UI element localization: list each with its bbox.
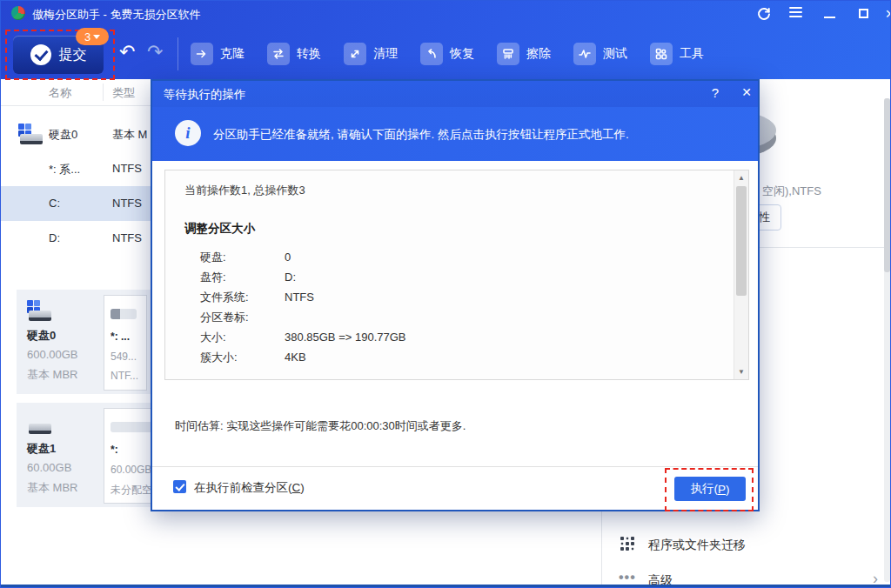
clone-icon bbox=[191, 43, 213, 65]
convert-button[interactable]: 转换 bbox=[267, 43, 321, 65]
erase-icon bbox=[497, 43, 519, 65]
footer-separator bbox=[152, 466, 758, 467]
operation-details: 硬盘:0 盘符:D: 文件系统:NTFS 分区卷标: 大小:380.85GB =… bbox=[184, 247, 733, 367]
toolbar: 克隆 转换 清理 恢复 擦除 bbox=[191, 43, 704, 65]
pending-operations-badge[interactable]: 3 bbox=[76, 28, 109, 45]
disk-size: 60.00GB bbox=[27, 461, 71, 474]
recover-icon bbox=[420, 43, 443, 65]
cleanup-icon bbox=[344, 43, 366, 65]
column-header-name[interactable]: 名称 bbox=[49, 85, 71, 101]
detail-row: 盘符:D: bbox=[184, 267, 733, 287]
title-bar[interactable]: 傲梅分区助手 - 免费无损分区软件 ✕ bbox=[1, 1, 891, 25]
table-row-c[interactable]: C: NTFS bbox=[1, 186, 151, 221]
disk-style: 基本 MBR bbox=[27, 367, 78, 383]
disk1-icon bbox=[27, 413, 53, 434]
scroll-up-icon[interactable]: ▲ bbox=[734, 174, 748, 182]
partition-block-system[interactable]: *: ... 549... NTF... bbox=[104, 295, 147, 391]
dialog-info-banner: i 分区助手已经准备就绪, 请确认下面的操作. 然后点击执行按钮让程序正式地工作… bbox=[152, 107, 758, 161]
cleanup-button[interactable]: 清理 bbox=[344, 43, 398, 65]
ellipsis-icon: ••• bbox=[619, 570, 636, 585]
dialog-header[interactable]: 等待执行的操作 ? ✕ bbox=[152, 81, 758, 107]
info-icon: i bbox=[175, 120, 201, 146]
info-text: 分区助手已经准备就绪, 请确认下面的操作. 然后点击执行按钮让程序正式地工作. bbox=[213, 127, 629, 143]
convert-icon bbox=[267, 43, 290, 65]
window-bottom-border bbox=[1, 585, 891, 587]
column-header-type[interactable]: 类型 bbox=[112, 85, 135, 101]
table-row-system[interactable]: *: 系... NTFS bbox=[1, 151, 151, 186]
list-scrollbar[interactable]: ▲ ▼ bbox=[734, 170, 748, 379]
help-icon[interactable]: ? bbox=[707, 85, 723, 100]
toolbar-separator bbox=[178, 37, 178, 70]
disk-icon bbox=[18, 124, 44, 144]
operations-content: 当前操作数1, 总操作数3 调整分区大小 硬盘:0 盘符:D: 文件系统:NTF… bbox=[165, 170, 733, 379]
operations-list[interactable]: 当前操作数1, 总操作数3 调整分区大小 硬盘:0 盘符:D: 文件系统:NTF… bbox=[164, 170, 749, 380]
table-row-d[interactable]: D: NTFS bbox=[1, 221, 151, 256]
detail-row: 分区卷标: bbox=[184, 307, 733, 327]
redo-button[interactable]: ↷ bbox=[147, 41, 163, 63]
test-icon bbox=[573, 43, 596, 65]
disk-name: 硬盘1 bbox=[27, 441, 56, 457]
scrollbar-thumb[interactable] bbox=[736, 186, 747, 296]
table-row-disk0[interactable]: 硬盘0 基本 M bbox=[1, 117, 151, 151]
scroll-down-icon[interactable]: ▼ bbox=[734, 368, 748, 376]
pie-caption: 空闲),NTFS bbox=[762, 184, 821, 199]
check-icon bbox=[30, 44, 51, 65]
checkbox-label[interactable]: 在执行前检查分区(C) bbox=[194, 480, 305, 496]
undo-button[interactable]: ↶ bbox=[119, 41, 135, 63]
chevron-down-icon bbox=[93, 35, 100, 39]
app-icon bbox=[11, 6, 25, 20]
detail-row: 大小:380.85GB => 190.77GB bbox=[184, 327, 733, 347]
badge-count: 3 bbox=[84, 30, 90, 43]
close-button[interactable]: ✕ bbox=[885, 6, 891, 22]
submit-label: 提交 bbox=[59, 46, 87, 64]
refresh-icon[interactable] bbox=[756, 6, 772, 22]
migrate-icon bbox=[620, 537, 634, 551]
clone-button[interactable]: 克隆 bbox=[191, 43, 245, 65]
window-title: 傲梅分区助手 - 免费无损分区软件 bbox=[32, 7, 201, 23]
check-partition-checkbox[interactable] bbox=[173, 480, 186, 493]
dialog-title: 等待执行的操作 bbox=[164, 87, 246, 103]
menu-icon[interactable] bbox=[789, 4, 805, 20]
app-window: 傲梅分区助手 - 免费无损分区软件 ✕ 提交 3 ↶ ↷ bbox=[0, 0, 891, 588]
minimize-button[interactable] bbox=[822, 6, 838, 22]
erase-button[interactable]: 擦除 bbox=[497, 43, 551, 65]
disk-name: 硬盘0 bbox=[27, 328, 56, 344]
operation-title: 调整分区大小 bbox=[184, 221, 733, 237]
partition-bar-icon bbox=[111, 309, 137, 319]
migrate-item[interactable]: 程序或文件夹迁移 bbox=[617, 530, 878, 563]
operations-summary: 当前操作数1, 总操作数3 bbox=[184, 183, 733, 198]
dialog-close-icon[interactable]: ✕ bbox=[739, 85, 754, 99]
execute-button[interactable]: 执行(P) bbox=[674, 477, 746, 501]
tools-icon bbox=[650, 43, 673, 65]
disk0-icon bbox=[27, 300, 53, 321]
detail-row: 硬盘:0 bbox=[184, 247, 733, 267]
maximize-button[interactable] bbox=[857, 6, 873, 22]
test-button[interactable]: 测试 bbox=[573, 43, 627, 65]
scrollbar-thumb[interactable] bbox=[884, 98, 890, 272]
detail-row: 簇大小:4KB bbox=[184, 347, 733, 367]
tools-button[interactable]: 工具 bbox=[650, 43, 704, 65]
panel-scrollbar[interactable] bbox=[884, 98, 890, 582]
recover-button[interactable]: 恢复 bbox=[420, 43, 474, 65]
disk-size: 600.00GB bbox=[27, 348, 78, 361]
chrome-background: 傲梅分区助手 - 免费无损分区软件 ✕ 提交 3 ↶ ↷ bbox=[1, 1, 891, 79]
disk-style: 基本 MBR bbox=[27, 480, 78, 496]
column-separator bbox=[103, 84, 104, 101]
detail-row: 文件系统:NTFS bbox=[184, 287, 733, 307]
time-estimate: 时间估算: 实现这些操作可能需要花00:00:30时间或者更多. bbox=[175, 418, 466, 434]
pending-operations-dialog: 等待执行的操作 ? ✕ i 分区助手已经准备就绪, 请确认下面的操作. 然后点击… bbox=[151, 79, 760, 511]
